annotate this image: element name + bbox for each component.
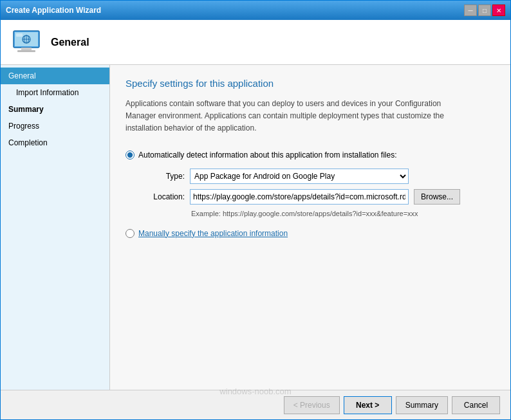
sidebar-item-summary[interactable]: Summary: [1, 101, 109, 118]
sidebar-item-progress[interactable]: Progress: [1, 118, 109, 134]
header-icon: [11, 27, 42, 58]
svg-rect-3: [17, 50, 35, 52]
browse-button[interactable]: Browse...: [414, 189, 460, 205]
next-button[interactable]: Next >: [344, 396, 392, 414]
sidebar-item-completion[interactable]: Completion: [1, 134, 109, 151]
footer: windows-noob.com < Previous Next > Summa…: [1, 390, 510, 419]
type-select[interactable]: App Package for Android on Google Play W…: [190, 169, 409, 184]
main-window: Create Application Wizard ─ □ ✕: [0, 0, 511, 420]
auto-detect-label: Automatically detect information about t…: [138, 151, 397, 160]
field-group: Type: App Package for Android on Google …: [140, 169, 495, 217]
title-bar: Create Application Wizard ─ □ ✕: [1, 1, 510, 20]
location-input[interactable]: [190, 189, 409, 205]
radio-section-auto: Automatically detect information about t…: [125, 151, 495, 217]
header-title: General: [51, 37, 89, 48]
cancel-button[interactable]: Cancel: [452, 396, 500, 414]
description-text: Applications contain software that you c…: [125, 98, 460, 135]
maximize-button[interactable]: □: [478, 5, 491, 16]
manual-radio-row: Manually specify the application informa…: [125, 229, 495, 238]
type-field-row: Type: App Package for Android on Google …: [140, 169, 495, 184]
location-label: Location:: [140, 192, 185, 201]
previous-button[interactable]: < Previous: [284, 396, 340, 414]
window-title: Create Application Wizard: [6, 6, 101, 15]
type-label: Type:: [140, 172, 185, 181]
sidebar: General Import Information Summary Progr…: [1, 65, 110, 390]
title-bar-controls: ─ □ ✕: [464, 5, 505, 16]
auto-detect-radio-row: Automatically detect information about t…: [125, 151, 495, 160]
manually-specify-link[interactable]: Manually specify the application informa…: [138, 229, 288, 238]
sidebar-item-general[interactable]: General: [1, 68, 109, 84]
sidebar-item-import-information[interactable]: Import Information: [1, 84, 109, 101]
page-title: Specify settings for this application: [125, 78, 495, 89]
svg-rect-4: [16, 33, 23, 37]
minimize-button[interactable]: ─: [464, 5, 477, 16]
close-button[interactable]: ✕: [492, 5, 505, 16]
wizard-header: General: [1, 20, 510, 65]
svg-rect-2: [21, 48, 32, 50]
content-area: General Import Information Summary Progr…: [1, 65, 510, 390]
manual-specify-radio[interactable]: [125, 229, 135, 238]
location-field-row: Location: Browse...: [140, 189, 495, 205]
example-text: Example: https://play.google.com/store/a…: [191, 210, 495, 217]
manual-specify-label: Manually specify the application informa…: [138, 229, 288, 238]
summary-button[interactable]: Summary: [396, 396, 448, 414]
main-content-panel: Specify settings for this application Ap…: [110, 65, 510, 390]
auto-detect-radio[interactable]: [125, 151, 135, 160]
